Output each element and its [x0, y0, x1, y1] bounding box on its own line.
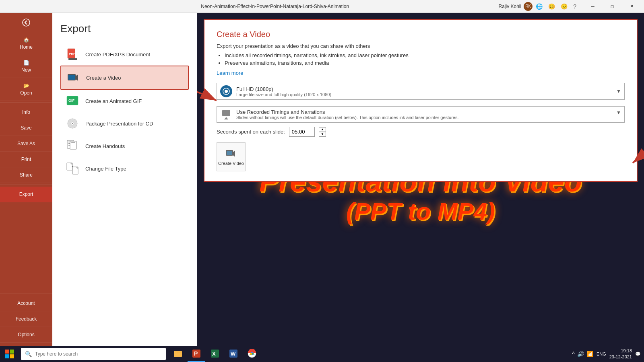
- video-panel: Create a Video Export your presentation …: [204, 19, 638, 182]
- menu-item-video[interactable]: Create a Video: [60, 66, 189, 90]
- help-icon[interactable]: ?: [573, 3, 576, 10]
- sidebar-divider-1: [0, 103, 52, 103]
- sidebar-options-label: Options: [18, 332, 34, 337]
- menu-item-filetype[interactable]: Change File Type: [60, 157, 189, 180]
- main-layout: 🏠 Home 📄 New 📂 Open Info Save Save As: [0, 13, 644, 346]
- timing-dropdown-row: Use Recorded Timings and Narrations Slid…: [217, 106, 625, 123]
- bullet-list: Includes all recorded timings, narration…: [225, 52, 625, 66]
- create-video-icon: [225, 148, 237, 159]
- timing-dropdown[interactable]: Use Recorded Timings and Narrations Slid…: [217, 106, 625, 123]
- quality-label: Full HD (1080p): [236, 86, 616, 92]
- sidebar-item-options[interactable]: Options: [0, 327, 52, 343]
- learn-more-link[interactable]: Learn more: [217, 70, 243, 76]
- start-button[interactable]: [0, 346, 19, 362]
- svg-rect-31: [5, 350, 9, 354]
- globe-icon[interactable]: 🌐: [536, 3, 543, 10]
- menu-item-handouts[interactable]: Create Handouts: [60, 135, 189, 157]
- minimize-button[interactable]: ─: [584, 0, 602, 13]
- timing-arrow-icon: ▼: [616, 109, 621, 115]
- sidebar-item-share[interactable]: Share: [0, 167, 52, 183]
- bullet-1: Includes all recorded timings, narration…: [225, 52, 625, 58]
- svg-point-0: [23, 19, 30, 26]
- taskbar-tray-icons: ^ 🔊 📶: [572, 351, 593, 357]
- seconds-spinner: ▲ ▼: [319, 127, 326, 137]
- menu-item-package[interactable]: Package Presentation for CD: [60, 112, 189, 135]
- titlebar: Neon-Animation-Effect-in-PowerPoint-Nata…: [0, 0, 644, 13]
- seconds-label: Seconds spent on each slide:: [217, 129, 285, 135]
- sidebar-divider-3: [0, 294, 52, 294]
- timing-inner: Use Recorded Timings and Narrations Slid…: [220, 109, 621, 120]
- svg-text:PDF: PDF: [69, 52, 75, 56]
- taskbar-search[interactable]: 🔍 Type here to search: [21, 348, 166, 360]
- handouts-label: Create Handouts: [85, 143, 125, 149]
- close-button[interactable]: ✕: [622, 0, 641, 13]
- pdf-icon: PDF: [65, 47, 80, 62]
- timing-icon: [220, 109, 232, 119]
- sidebar-item-open[interactable]: 📂 Open: [0, 78, 52, 101]
- cd-icon: [65, 116, 80, 131]
- taskbar-chrome[interactable]: [243, 346, 261, 362]
- sidebar-account-label: Account: [17, 300, 35, 306]
- timing-label: Use Recorded Timings and Narrations: [236, 109, 459, 115]
- volume-icon[interactable]: 🔊: [577, 351, 584, 357]
- menu-item-gif[interactable]: GIF Create an Animated GIF: [60, 90, 189, 112]
- menu-item-pdf[interactable]: PDF Create PDF/XPS Document: [60, 43, 189, 66]
- sidebar-save-label: Save: [21, 125, 31, 131]
- svg-rect-24: [222, 110, 230, 116]
- sidebar-new-label: New: [21, 67, 31, 73]
- titlebar-icons: 🌐 😊 😟 ?: [536, 3, 576, 10]
- sidebar-open-label: Open: [20, 90, 32, 96]
- sidebar-item-home[interactable]: 🏠 Home: [0, 32, 52, 55]
- seconds-down-button[interactable]: ▼: [319, 132, 326, 137]
- sidebar-bottom: Account Feedback Options: [0, 292, 52, 346]
- sidebar-item-print[interactable]: Print: [0, 152, 52, 167]
- titlebar-controls[interactable]: ─ □ ✕: [584, 0, 641, 13]
- quality-dropdown[interactable]: Full HD (1080p) Large file size and full…: [217, 83, 625, 100]
- taskbar-explorer[interactable]: [169, 346, 187, 362]
- taskbar-clock: 19:18 23-12-2021: [609, 348, 632, 360]
- create-video-button[interactable]: Create Video: [217, 142, 246, 171]
- sidebar-item-save[interactable]: Save: [0, 120, 52, 136]
- export-menu: Export PDF Create PDF/XPS Document Creat…: [52, 13, 197, 346]
- quality-icon: [220, 85, 232, 97]
- emoji-icon[interactable]: 😊: [548, 3, 555, 10]
- taskbar-powerpoint[interactable]: P: [188, 346, 205, 362]
- sidebar-item-account[interactable]: Account: [0, 296, 52, 311]
- sidebar-item-info[interactable]: Info: [0, 105, 52, 120]
- slide-text-line3: (PPT to MP4): [346, 197, 495, 225]
- panel-title: Create a Video: [217, 30, 625, 39]
- svg-point-23: [225, 90, 228, 93]
- titlebar-title: Neon-Animation-Effect-in-PowerPoint-Nata…: [52, 4, 499, 9]
- search-placeholder: Type here to search: [35, 351, 78, 357]
- sad-icon[interactable]: 😟: [561, 3, 568, 10]
- svg-rect-17: [71, 142, 75, 143]
- maximize-button[interactable]: □: [603, 0, 621, 13]
- bullet-2: Preserves animations, transitions, and m…: [225, 60, 625, 66]
- handouts-icon: [65, 139, 80, 153]
- filetype-icon: [65, 161, 80, 176]
- lang-label: ENG: [597, 352, 606, 356]
- seconds-input[interactable]: [289, 127, 315, 137]
- network-icon[interactable]: 📶: [586, 351, 593, 357]
- sidebar-item-saveas[interactable]: Save As: [0, 136, 52, 152]
- sidebar-item-export[interactable]: Export: [0, 187, 52, 202]
- titlebar-user: Rajiv Kohli RK: [499, 2, 533, 11]
- back-button[interactable]: [0, 13, 52, 32]
- pdf-label: Create PDF/XPS Document: [85, 51, 150, 58]
- taskbar-word[interactable]: W: [225, 346, 242, 362]
- sidebar-item-feedback[interactable]: Feedback: [0, 311, 52, 327]
- right-panel: How To Convert Presentation into Video (…: [197, 13, 644, 346]
- new-icon: 📄: [23, 60, 29, 66]
- svg-text:P: P: [194, 350, 198, 357]
- timing-text: Use Recorded Timings and Narrations Slid…: [236, 109, 459, 120]
- taskbar-apps: P X W: [169, 346, 261, 362]
- svg-marker-27: [233, 150, 235, 157]
- svg-text:W: W: [231, 351, 236, 357]
- seconds-up-button[interactable]: ▲: [319, 127, 326, 132]
- sidebar-top: 🏠 Home 📄 New 📂 Open Info Save Save As: [0, 13, 52, 292]
- tray-chevron[interactable]: ^: [572, 351, 575, 357]
- sidebar-item-new[interactable]: 📄 New: [0, 55, 52, 78]
- svg-text:X: X: [212, 351, 216, 357]
- taskbar-excel[interactable]: X: [206, 346, 224, 362]
- notification-icon[interactable]: 💬: [635, 352, 641, 357]
